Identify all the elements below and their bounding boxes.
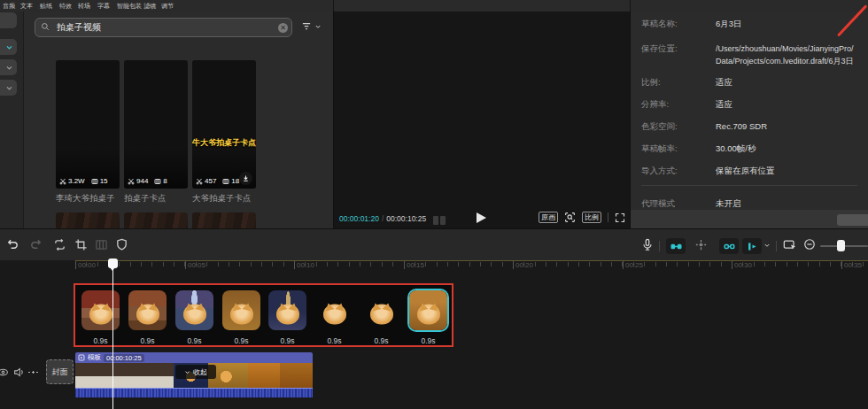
cat-face-graphic xyxy=(89,305,112,325)
media-result-card[interactable]: 牛大爷拍桌子卡点 457 18 xyxy=(192,60,256,189)
media-result-card[interactable]: 944 8 xyxy=(124,60,188,189)
filter-control[interactable] xyxy=(301,21,322,32)
media-stats: 944 8 xyxy=(128,177,167,185)
media-result-card[interactable] xyxy=(124,212,188,228)
template-slot-clip[interactable]: 0.9s xyxy=(362,290,400,345)
chevron-down-icon xyxy=(184,369,190,375)
ruler-timestamp: 00:05 xyxy=(185,261,205,269)
video-preview[interactable] xyxy=(416,25,551,202)
video-editor-window: 音频 文本 贴纸 特效 转场 字幕 智能包装 滤镜 调节 xyxy=(0,0,868,409)
usage-count: 944 xyxy=(136,177,148,185)
preview-axis-toggle[interactable] xyxy=(742,238,762,254)
panel-divider xyxy=(630,0,631,12)
proxy-mode-value[interactable]: 未开启 xyxy=(716,198,741,210)
track-visibility-icon[interactable] xyxy=(0,367,9,378)
grid-icon[interactable] xyxy=(95,238,108,251)
sidebar-category-button[interactable] xyxy=(0,39,17,55)
cover-button[interactable]: 封面 xyxy=(46,359,74,384)
zoom-slider-handle[interactable] xyxy=(837,240,845,251)
ratio-button[interactable]: 比例 xyxy=(582,212,601,223)
clip-count: 15 xyxy=(100,177,108,185)
menu-item-effects[interactable]: 特效 xyxy=(59,2,72,11)
setting-label: 草稿名称: xyxy=(641,19,678,30)
current-time: 00:00:01:20 xyxy=(339,214,379,223)
chevron-down-icon xyxy=(5,43,13,51)
playhead-handle[interactable] xyxy=(108,259,118,268)
import-mode-value[interactable]: 保留在原有位置 xyxy=(716,166,775,177)
original-quality-button[interactable]: 原画 xyxy=(539,212,558,223)
media-result-card[interactable] xyxy=(192,212,256,228)
template-slot-clip-selected[interactable]: 0.9s xyxy=(409,290,447,345)
snap-toggle[interactable] xyxy=(666,238,686,254)
menu-item-filters[interactable]: 滤镜 xyxy=(143,2,156,11)
menu-item-captions[interactable]: 字幕 xyxy=(97,2,110,11)
fullscreen-icon[interactable] xyxy=(615,212,625,223)
mask-shield-icon[interactable] xyxy=(115,238,128,251)
search-input[interactable] xyxy=(35,18,292,37)
clip-duration: 0.9s xyxy=(222,336,260,345)
clip-thumbnail xyxy=(409,290,447,330)
media-result-card[interactable] xyxy=(56,212,120,228)
range-select-icon[interactable] xyxy=(783,238,797,251)
microphone-icon[interactable] xyxy=(641,238,654,252)
clip-count: 8 xyxy=(163,177,167,185)
sidebar-category-button[interactable] xyxy=(0,80,17,96)
footer-button[interactable] xyxy=(837,214,868,226)
setting-label: 比例: xyxy=(641,77,661,89)
playback-time: 00:00:01:20/00:00:10:25 xyxy=(339,214,426,223)
media-result-card[interactable]: 3.2W 15 xyxy=(56,60,120,189)
ratio-value[interactable]: 适应 xyxy=(716,77,732,89)
media-stats: 457 18 xyxy=(196,177,239,185)
collapse-button[interactable]: 收起 xyxy=(175,365,216,379)
menu-item-sticker[interactable]: 贴纸 xyxy=(40,2,52,11)
template-slot-clip[interactable]: 0.9s xyxy=(222,290,260,345)
frame-rate-value[interactable]: 30.00帧/秒 xyxy=(716,143,756,155)
media-result-title: 拍桌子卡点 xyxy=(124,193,188,204)
linkage-icon[interactable] xyxy=(694,238,708,251)
filmstrip-frame xyxy=(75,363,108,388)
menu-item-adjust[interactable]: 调节 xyxy=(161,2,174,11)
setting-label: 保存位置: xyxy=(641,43,678,55)
link-toggle[interactable] xyxy=(719,238,739,254)
color-space-value[interactable]: Rec.709 SDR xyxy=(716,121,767,131)
track-audio-icon[interactable] xyxy=(13,367,25,378)
template-track-header[interactable]: 模板 00:00:10:25 xyxy=(75,352,313,363)
template-track-label: 模板 xyxy=(88,353,101,362)
menu-item-smart-pack[interactable]: 智能包装 xyxy=(117,2,142,11)
undo-button[interactable] xyxy=(6,238,19,251)
ruler-timestamp: 00:20 xyxy=(513,261,533,269)
redo-button[interactable] xyxy=(29,238,43,251)
template-slot-clip[interactable]: 0.9s xyxy=(175,290,213,345)
ruler-timestamp: 00:10 xyxy=(294,261,314,269)
ruler-timestamp: 00:30 xyxy=(732,261,752,269)
menu-item-audio[interactable]: 音频 xyxy=(3,2,15,11)
template-slot-clip[interactable]: 0.9s xyxy=(268,290,306,345)
clip-duration: 0.9s xyxy=(128,336,167,345)
sidebar-category-button[interactable] xyxy=(0,12,17,28)
clip-duration: 0.9s xyxy=(362,336,400,345)
clip-count-icon xyxy=(91,178,98,185)
ruler-timestamp: 00:25 xyxy=(623,261,643,269)
template-slot-clip[interactable]: 0.9s xyxy=(81,290,120,345)
template-slot-clip[interactable]: 0.9s xyxy=(315,290,353,345)
chevron-down-icon[interactable] xyxy=(763,242,771,249)
download-icon xyxy=(242,174,250,182)
fit-zoom-icon[interactable] xyxy=(564,212,576,223)
replace-icon[interactable] xyxy=(53,238,66,251)
clear-search-icon[interactable]: ✕ xyxy=(278,23,288,33)
clip-thumbnail xyxy=(315,290,353,330)
download-button[interactable] xyxy=(239,172,252,185)
template-audio-waveform[interactable] xyxy=(75,388,313,397)
crop-icon[interactable] xyxy=(74,238,88,251)
clip-thumbnail xyxy=(362,290,400,330)
resolution-value[interactable]: 适应 xyxy=(716,99,732,111)
more-options-icon[interactable] xyxy=(27,371,39,374)
sidebar-category-button[interactable] xyxy=(0,59,17,75)
menu-item-text[interactable]: 文本 xyxy=(20,2,33,11)
template-slot-clip[interactable]: 0.9s xyxy=(128,290,167,345)
menu-item-transition[interactable]: 转场 xyxy=(78,2,90,11)
playhead-line xyxy=(112,259,113,409)
zoom-out-icon[interactable] xyxy=(803,238,816,251)
play-button[interactable] xyxy=(477,212,486,223)
ruler-timestamp: 00:00 xyxy=(75,261,96,269)
